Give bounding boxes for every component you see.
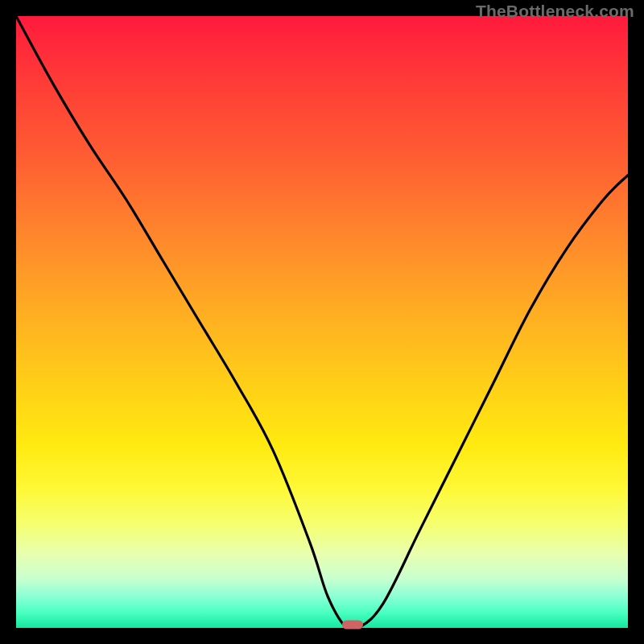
chart-frame: TheBottleneck.com: [0, 0, 644, 644]
plot-area: [16, 16, 628, 628]
bottleneck-curve: [16, 16, 628, 628]
target-marker: [342, 621, 363, 630]
